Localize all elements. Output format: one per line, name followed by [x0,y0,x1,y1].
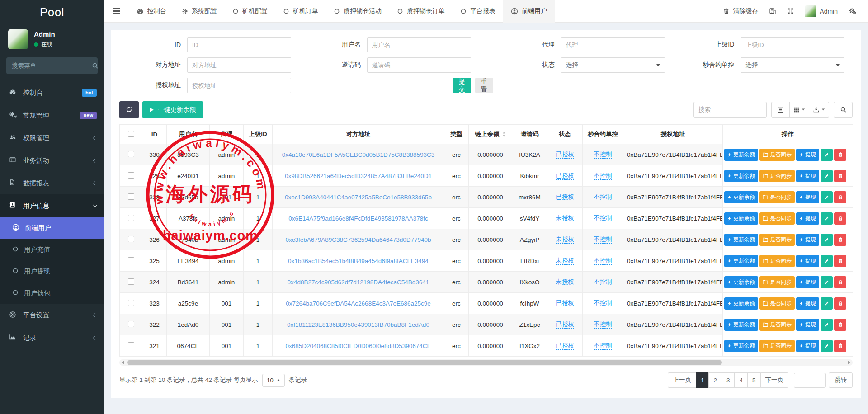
tab-platform-reports[interactable]: 平台报表 [453,0,503,23]
update-balance-button[interactable]: 更新余额 [724,276,758,288]
row-checkbox[interactable] [128,193,134,200]
edit-button[interactable] [821,234,833,246]
address-link[interactable]: 0x4a10e70E6a1DF5A5CEBC0d05B1D75C8B388593… [282,151,435,158]
edit-button[interactable] [821,319,833,331]
page-button-5[interactable]: 5 [747,372,761,388]
contract-control-link[interactable]: 不控制 [594,193,612,201]
edit-button[interactable] [821,149,833,161]
column-header[interactable]: 链上余额 [469,125,512,144]
contract-control-filter-select[interactable]: 选择 [741,57,844,73]
page-button-3[interactable]: 3 [722,372,735,388]
export-button[interactable] [809,102,829,118]
tab-staking-activities[interactable]: 质押锁仓活动 [326,0,389,23]
settings-button[interactable] [849,8,856,14]
select-all-checkbox[interactable] [128,131,134,137]
sidebar-toggle-icon[interactable] [104,8,129,14]
sync-button[interactable]: 是否同步 [760,340,795,352]
advanced-search-button[interactable] [834,102,853,118]
search-icon[interactable] [92,62,99,69]
scrollbar-thumb[interactable] [127,360,722,365]
edit-button[interactable] [821,340,833,352]
status-link[interactable]: 未授权 [556,236,574,244]
page-button-2[interactable]: 2 [708,372,722,388]
contract-control-link[interactable]: 不控制 [594,151,612,159]
columns-button[interactable] [789,102,809,118]
address-link[interactable]: 0x685D204068C85f0CfED0D060f0e8d8D5390674… [286,343,431,349]
withdraw-button[interactable]: 提现 [796,170,819,182]
sidebar-item-user-recharge[interactable]: 用户充值 [0,239,104,260]
sync-button[interactable]: 是否同步 [760,276,795,288]
address-link[interactable]: 0xf1811123E8136BB950e439013fB70baB8F1edA… [287,321,429,328]
row-checkbox[interactable] [128,215,134,221]
sidebar-item-general-manage[interactable]: 常规管理new [0,104,104,127]
edit-button[interactable] [821,255,833,267]
address-link[interactable]: 0xec1D993A40441C4ae07425a5BeCe1e58B933d6… [285,194,432,201]
sidebar-item-data-reports[interactable]: 数据报表 [0,172,104,194]
contract-control-link[interactable]: 不控制 [594,236,612,244]
contract-control-link[interactable]: 不控制 [594,278,612,286]
withdraw-button[interactable]: 提现 [796,340,819,352]
edit-button[interactable] [821,170,833,182]
delete-button[interactable] [834,234,846,246]
refresh-button[interactable] [119,101,139,118]
language-button[interactable] [769,8,776,15]
sidebar-item-user-wallet[interactable]: 用户钱包 [0,282,104,304]
update-balance-button[interactable]: 更新余额 [724,149,758,161]
status-link[interactable]: 已授权 [556,300,574,307]
delete-button[interactable] [834,149,846,161]
row-checkbox[interactable] [128,236,134,242]
row-checkbox[interactable] [128,321,134,327]
next-page-button[interactable]: 下一页 [760,372,789,388]
sync-button[interactable]: 是否同步 [760,170,795,182]
username-filter-input[interactable] [367,37,471,52]
address-link[interactable]: 0x1b36ac1B54ec51b4f8B49a454d6f9a8fACFE34… [288,258,429,264]
menu-search-input[interactable] [12,62,92,69]
submit-button[interactable]: 提交 [453,78,471,93]
edit-button[interactable] [821,191,833,203]
contract-control-link[interactable]: 不控制 [594,215,612,222]
contract-control-link[interactable]: 不控制 [594,321,612,329]
edit-button[interactable] [821,297,833,310]
tab-dashboard[interactable]: 控制台 [129,0,174,23]
status-link[interactable]: 未授权 [556,257,574,265]
status-link[interactable]: 已授权 [556,172,574,180]
scroll-right-icon[interactable] [848,361,850,364]
withdraw-button[interactable]: 提现 [796,212,819,225]
update-balance-button[interactable]: 更新余额 [724,170,758,182]
sync-button[interactable]: 是否同步 [760,149,795,161]
contract-control-link[interactable]: 不控制 [594,300,612,307]
fullscreen-button[interactable] [787,8,794,14]
withdraw-button[interactable]: 提现 [796,234,819,246]
page-button-4[interactable]: 4 [734,372,748,388]
sync-button[interactable]: 是否同步 [760,255,795,267]
delete-button[interactable] [834,340,846,352]
sidebar-item-records[interactable]: 记录 [0,326,104,349]
sidebar-item-business-activity[interactable]: 业务活动 [0,149,104,172]
edit-button[interactable] [821,212,833,225]
withdraw-button[interactable]: 提现 [796,297,819,310]
update-balance-button[interactable]: 更新余额 [724,340,758,352]
delete-button[interactable] [834,276,846,288]
sidebar-item-dashboard[interactable]: 控制台hot [0,81,104,104]
sync-button[interactable]: 是否同步 [760,191,795,203]
edit-button[interactable] [821,276,833,288]
withdraw-button[interactable]: 提现 [796,276,819,288]
invite-code-filter-input[interactable] [367,57,471,73]
sync-button[interactable]: 是否同步 [760,212,795,225]
status-link[interactable]: 未授权 [556,278,574,286]
status-link[interactable]: 已授权 [556,193,574,201]
address-filter-input[interactable] [187,57,291,73]
contract-control-link[interactable]: 不控制 [594,342,612,350]
withdraw-button[interactable]: 提现 [796,149,819,161]
delete-button[interactable] [834,170,846,182]
sidebar-item-user-info[interactable]: 用户信息 [0,194,104,217]
delete-button[interactable] [834,297,846,310]
sidebar-item-front-users[interactable]: 前端用户 [0,217,104,239]
sync-button[interactable]: 是否同步 [760,319,795,331]
page-button-1[interactable]: 1 [696,372,709,388]
tab-system-config[interactable]: 系统配置 [174,0,225,23]
user-menu[interactable]: Admin [805,5,838,17]
contract-control-link[interactable]: 不控制 [594,172,612,180]
sidebar-item-platform-settings[interactable]: 平台设置 [0,304,104,326]
sidebar-item-user-withdraw[interactable]: 用户提现 [0,260,104,282]
